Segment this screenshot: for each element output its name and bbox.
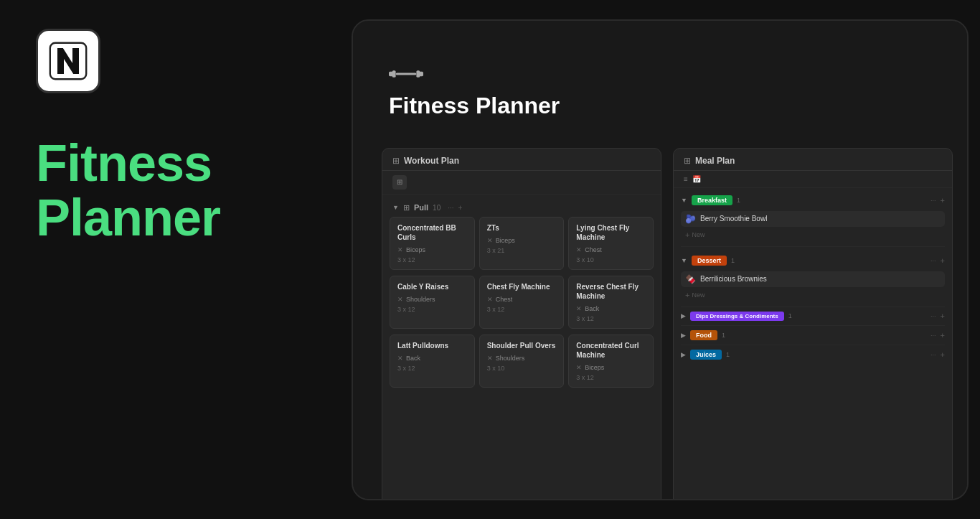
dips-tag: Dips Dressings & Condiments [690,312,784,321]
muscle-icon: ✕ [397,296,403,303]
meal-count: 1 [731,257,735,264]
muscle-icon: ✕ [487,237,493,244]
calendar-view-icon[interactable]: 📅 [692,175,701,183]
meal-group-dips[interactable]: ▶ Dips Dressings & Condiments 1 ··· + [674,309,952,324]
muscle-label: Chest [585,246,602,253]
muscle-icon: ✕ [397,355,403,362]
workout-card[interactable]: Concentrated BB Curls ✕ Biceps 3 x 12 [390,217,475,270]
meal-db-content: ▼ Breakfast 1 ··· + 🫐 Berry Smoothie Bow… [674,188,952,499]
food-tag: Food [690,330,717,340]
workout-card[interactable]: Latt Pulldowns ✕ Back 3 x 12 [390,335,475,388]
group-name: Pull [414,203,428,212]
group-arrow: ▶ [681,312,686,319]
group-more[interactable]: ··· [930,351,936,358]
workout-card[interactable]: Cable Y Raises ✕ Shoulders 3 x 12 [390,276,475,329]
workout-card[interactable]: Lying Chest Fly Machine ✕ Chest 3 x 10 [568,217,654,270]
card-title: ZTs [487,223,557,233]
muscle-icon: ✕ [397,246,403,253]
card-muscle: ✕ Shoulders [397,296,467,303]
group-toggle[interactable]: ▼ [392,204,399,211]
card-title: Concentrated BB Curls [397,223,467,242]
group-add[interactable]: + [941,312,945,320]
group-add[interactable]: + [941,331,945,340]
meal-item-berry[interactable]: 🫐 Berry Smoothie Bowl [681,211,945,227]
group-arrow[interactable]: ▼ [681,197,687,204]
group-arrow[interactable]: ▼ [681,257,687,264]
meal-db-toolbar: ≡ 📅 [674,171,952,188]
meal-item-name: Berry Smoothie Bowl [700,215,767,223]
svg-rect-3 [396,73,417,75]
workout-card[interactable]: Reverse Chest Fly Machine ✕ Back 3 x 12 [568,276,654,329]
workout-db-panel: ⊞ Workout Plan ⊞ ▼ ⊞ Pull 10 ··· [382,148,661,499]
new-meal-button[interactable]: + New [681,289,945,301]
meal-group-dessert: ▼ Dessert 1 ··· + 🍫 Berrilicious Brownie… [674,248,952,305]
workout-card[interactable]: Chest Fly Machine ✕ Chest 3 x 12 [479,276,565,329]
group-arrow: ▶ [681,332,686,339]
right-panel: the body achieves what the mind believes… [344,0,980,519]
new-meal-button[interactable]: + New [681,229,945,240]
cards-grid-row3: Latt Pulldowns ✕ Back 3 x 12 Shoulder Pu… [390,335,654,388]
card-muscle: ✕ Chest [576,246,646,253]
svg-rect-5 [419,71,423,75]
muscle-icon: ✕ [576,246,582,253]
group-more[interactable]: ··· [448,204,453,212]
card-muscle: ✕ Biceps [576,364,646,371]
meal-group-food[interactable]: ▶ Food 1 ··· + [674,327,952,343]
meal-db-panel: ⊞ Meal Plan ≡ 📅 ▼ Breakfast [673,148,953,499]
meal-item-brownies[interactable]: 🍫 Berrilicious Brownies [681,271,945,287]
card-title: Lying Chest Fly Machine [576,223,646,242]
muscle-label: Biceps [406,246,425,253]
grid-view-icon[interactable]: ⊞ [392,175,407,190]
card-title: Concentrated Curl Machine [576,341,646,360]
group-more[interactable]: ··· [930,257,936,264]
divider [681,345,945,345]
card-title: Shoulder Pull Overs [487,341,557,350]
card-sets: 3 x 12 [397,365,467,372]
card-sets: 3 x 12 [487,306,557,313]
cards-grid-row2: Cable Y Raises ✕ Shoulders 3 x 12 Chest … [390,276,654,329]
notion-content: Fitness Planner ⊞ Workout Plan ⊞ [353,21,967,499]
group-header-pull: ▼ ⊞ Pull 10 ··· + [390,200,654,217]
group-more[interactable]: ··· [930,197,936,204]
muscle-label: Biceps [585,364,604,371]
group-count: 10 [433,204,440,212]
card-sets: 3 x 10 [576,256,646,263]
card-sets: 3 x 12 [397,256,467,263]
group-icon: ⊞ [403,203,410,212]
plus-icon: + [685,291,689,299]
group-add[interactable]: + [941,350,945,359]
card-sets: 3 x 10 [487,365,557,372]
workout-card[interactable]: ZTs ✕ Biceps 3 x 21 [479,217,565,270]
meal-db-icon: ⊞ [684,156,691,166]
page-title: Fitness Planner [389,93,931,119]
meal-count: 1 [737,197,740,204]
meal-item-name: Berrilicious Brownies [700,275,767,283]
page-header: Fitness Planner [353,21,967,148]
group-add[interactable]: + [941,196,945,205]
workout-card[interactable]: Concentrated Curl Machine ✕ Biceps 3 x 1… [568,335,654,388]
meal-group-juices[interactable]: ▶ Juices 1 ··· + [674,347,952,363]
meal-count: 1 [788,312,792,319]
group-more[interactable]: ··· [930,332,936,339]
meal-emoji: 🍫 [685,274,696,284]
group-more[interactable]: ··· [930,312,936,319]
muscle-label: Biceps [496,237,515,244]
divider [681,246,945,247]
workout-card[interactable]: Shoulder Pull Overs ✕ Shoulders 3 x 10 [479,335,565,388]
card-sets: 3 x 12 [576,374,646,381]
muscle-label: Shoulders [496,355,525,362]
card-title: Latt Pulldowns [397,341,467,350]
muscle-icon: ✕ [487,355,493,362]
card-sets: 3 x 12 [576,315,646,322]
group-add[interactable]: + [458,204,463,212]
muscle-label: Back [406,355,420,362]
group-add[interactable]: + [941,256,945,265]
meal-db-title: Meal Plan [695,156,735,166]
card-title: Cable Y Raises [397,282,467,291]
device-mockup: the body achieves what the mind believes… [352,19,969,500]
muscle-icon: ✕ [576,305,582,312]
muscle-label: Back [585,305,599,312]
list-view-icon[interactable]: ≡ [684,175,688,183]
workout-db-icon: ⊞ [392,156,400,166]
left-panel: Fitness Planner [0,0,344,519]
